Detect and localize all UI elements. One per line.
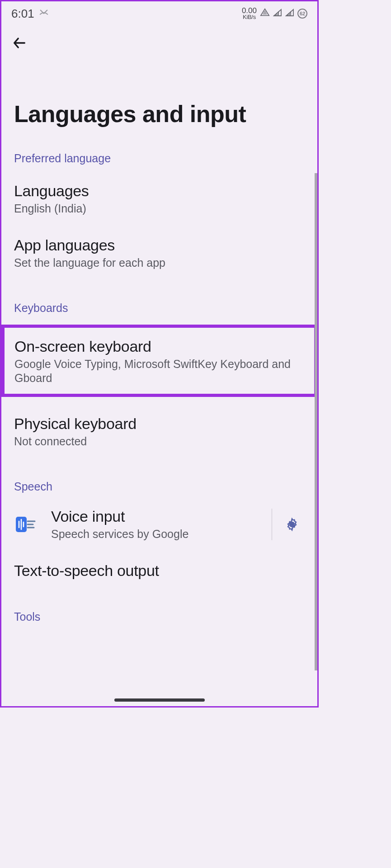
item-on-screen-keyboard-sub: Google Voice Typing, Microsoft SwiftKey … xyxy=(14,357,304,386)
item-physical-keyboard-title: Physical keyboard xyxy=(14,415,305,433)
item-on-screen-keyboard-title: On-screen keyboard xyxy=(14,338,304,355)
item-languages-title: Languages xyxy=(14,182,305,200)
signal-2-icon xyxy=(285,9,294,19)
item-languages[interactable]: Languages English (India) xyxy=(1,170,317,224)
voice-input-title: Voice input xyxy=(51,508,263,525)
item-physical-keyboard-sub: Not connected xyxy=(14,434,305,448)
data-rate: 0.00 KiB/s xyxy=(242,8,257,19)
back-button[interactable] xyxy=(10,34,28,52)
divider xyxy=(272,509,272,540)
signal-1-icon xyxy=(273,9,282,19)
status-right: 0.00 KiB/s 62 xyxy=(242,8,307,19)
status-left: 6:01 xyxy=(11,7,49,21)
battery-icon: 62 xyxy=(297,9,307,19)
wifi-icon xyxy=(260,8,270,19)
voice-input-sub: Speech services by Google xyxy=(51,527,263,541)
item-tts-title: Text-to-speech output xyxy=(14,562,305,580)
svg-point-1 xyxy=(290,523,294,526)
voice-input-icon xyxy=(14,513,37,536)
section-tools: Tools xyxy=(1,588,317,623)
item-physical-keyboard[interactable]: Physical keyboard Not connected xyxy=(1,402,317,457)
item-on-screen-keyboard[interactable]: On-screen keyboard Google Voice Typing, … xyxy=(1,325,317,397)
nav-handle[interactable] xyxy=(114,698,205,702)
item-voice-input[interactable]: Voice input Speech services by Google xyxy=(1,498,317,549)
toolbar xyxy=(1,23,317,52)
scrollbar[interactable] xyxy=(315,173,317,670)
item-app-languages[interactable]: App languages Set the language for each … xyxy=(1,224,317,278)
item-tts[interactable]: Text-to-speech output xyxy=(1,549,317,588)
item-app-languages-sub: Set the language for each app xyxy=(14,256,305,270)
section-keyboards: Keyboards xyxy=(1,278,317,319)
voice-input-text: Voice input Speech services by Google xyxy=(51,508,263,541)
page-title: Languages and input xyxy=(1,52,317,127)
status-bar: 6:01 0.00 KiB/s 62 xyxy=(1,1,317,23)
item-app-languages-title: App languages xyxy=(14,236,305,254)
section-speech: Speech xyxy=(1,457,317,498)
section-preferred-language: Preferred language xyxy=(1,127,317,170)
missed-call-icon xyxy=(39,8,49,19)
voice-input-settings-button[interactable] xyxy=(281,514,303,535)
item-languages-sub: English (India) xyxy=(14,202,305,216)
status-time: 6:01 xyxy=(11,7,34,21)
